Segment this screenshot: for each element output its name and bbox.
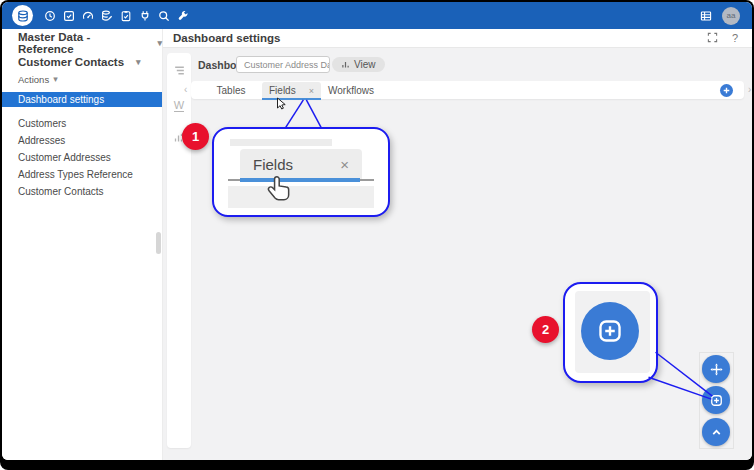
view-button[interactable]: View: [332, 57, 385, 72]
tab-bar: Tables Fields × Workflows: [191, 81, 744, 99]
actions-menu[interactable]: Actions ▾: [2, 74, 162, 84]
move-button[interactable]: [702, 355, 730, 383]
tab-scroll-left-icon[interactable]: ‹: [184, 84, 187, 95]
history-icon[interactable]: [44, 10, 56, 22]
filter-list-icon[interactable]: [173, 63, 186, 81]
callout-top-strip: [230, 139, 332, 146]
top-nav-icons: [12, 5, 189, 26]
callout-tab-underline: [240, 178, 360, 182]
entity-label: Customer Contacts: [18, 56, 124, 68]
sidebar-item-customer-contacts[interactable]: Customer Contacts: [2, 183, 162, 200]
body-row: Master Data - Reference ▾ Customer Conta…: [2, 29, 752, 460]
actions-label: Actions: [18, 74, 49, 85]
main-header: Dashboard settings ?: [163, 29, 752, 47]
mouse-cursor-icon: [276, 97, 287, 110]
annotation-badge-2: 2: [532, 316, 559, 343]
database-logo-icon[interactable]: [12, 5, 33, 26]
close-icon: ×: [340, 156, 349, 173]
close-icon[interactable]: ×: [309, 86, 314, 96]
sidebar-item-addresses[interactable]: Addresses: [2, 132, 162, 149]
tab-tables[interactable]: Tables: [205, 81, 257, 99]
sidebar-table-list: Customers Addresses Customer Addresses A…: [2, 115, 162, 200]
move-icon: [710, 363, 723, 376]
add-widget-icon: [710, 394, 723, 407]
dataset-value: Customer Address Datase: [244, 60, 330, 70]
chevron-down-icon: ▾: [157, 38, 162, 48]
sidebar-item-customers[interactable]: Customers: [2, 115, 162, 132]
gauge-icon[interactable]: [82, 10, 94, 22]
checklist-icon[interactable]: [120, 10, 132, 22]
sidebar-item-customer-addresses[interactable]: Customer Addresses: [2, 149, 162, 166]
widgets-icon[interactable]: W: [174, 99, 184, 112]
sidebar-scrollbar[interactable]: [156, 232, 161, 254]
callout-bottom-strip: [228, 186, 374, 208]
bar-chart-icon: [341, 60, 350, 69]
add-widget-icon: [597, 318, 623, 344]
tab-workflows[interactable]: Workflows: [328, 81, 374, 99]
chevron-down-icon: ▾: [53, 74, 58, 84]
page-title: Dashboard settings: [173, 32, 280, 44]
chevron-up-icon: [710, 426, 723, 439]
add-widget-button[interactable]: [702, 386, 730, 414]
hand-cursor-icon: [266, 175, 294, 205]
scroll-to-top-button[interactable]: [702, 418, 730, 446]
top-nav-bar: aa: [2, 2, 752, 29]
dashboard-workarea: W Dashboard Customer Address Datase ▾ Vi…: [163, 47, 752, 460]
app-screen: aa Master Data - Reference ▾ Customer Co…: [2, 2, 752, 460]
callout-fields-tab: Fields ×: [212, 127, 390, 217]
side-tool-strip: W: [167, 53, 191, 448]
annotation-badge-1: 1: [182, 123, 209, 150]
workspace-label: Master Data - Reference: [18, 31, 143, 55]
main-area: Dashboard settings ? W: [163, 29, 752, 460]
tab-fields[interactable]: Fields ×: [262, 82, 321, 99]
sidebar: Master Data - Reference ▾ Customer Conta…: [2, 29, 163, 460]
wrench-icon[interactable]: [177, 10, 189, 22]
table-icon[interactable]: [700, 10, 712, 22]
tab-scroll-right-icon[interactable]: ›: [748, 84, 751, 95]
fullscreen-icon[interactable]: [707, 29, 718, 47]
callout-add-widget: [563, 282, 658, 383]
tab-fields-label: Fields: [269, 85, 296, 96]
sidebar-item-address-types-reference[interactable]: Address Types Reference: [2, 166, 162, 183]
chevron-down-icon: ▾: [136, 57, 141, 67]
dataset-select[interactable]: Customer Address Datase ▾: [236, 56, 330, 73]
view-button-label: View: [354, 59, 376, 70]
help-icon[interactable]: ?: [732, 32, 738, 44]
checkbox-icon[interactable]: [63, 10, 75, 22]
database-edit-icon[interactable]: [101, 10, 113, 22]
callout-fields-label: Fields: [253, 156, 293, 173]
entity-selector[interactable]: Customer Contacts ▾: [2, 55, 162, 69]
callout-fields-tab-zoom: Fields ×: [240, 149, 362, 179]
search-icon[interactable]: [158, 10, 170, 22]
sidebar-item-dashboard-settings[interactable]: Dashboard settings: [2, 92, 162, 107]
user-avatar[interactable]: aa: [722, 7, 740, 25]
plug-icon[interactable]: [139, 10, 151, 22]
add-tab-button[interactable]: [720, 84, 733, 97]
callout-connectors: [163, 48, 752, 460]
selected-item-label: Dashboard settings: [18, 94, 104, 105]
add-widget-zoom-button: [581, 302, 639, 360]
workspace-selector[interactable]: Master Data - Reference ▾: [2, 36, 162, 50]
plus-icon: [723, 87, 730, 94]
window-frame: aa Master Data - Reference ▾ Customer Co…: [0, 0, 754, 470]
top-nav-right: aa: [700, 7, 740, 25]
